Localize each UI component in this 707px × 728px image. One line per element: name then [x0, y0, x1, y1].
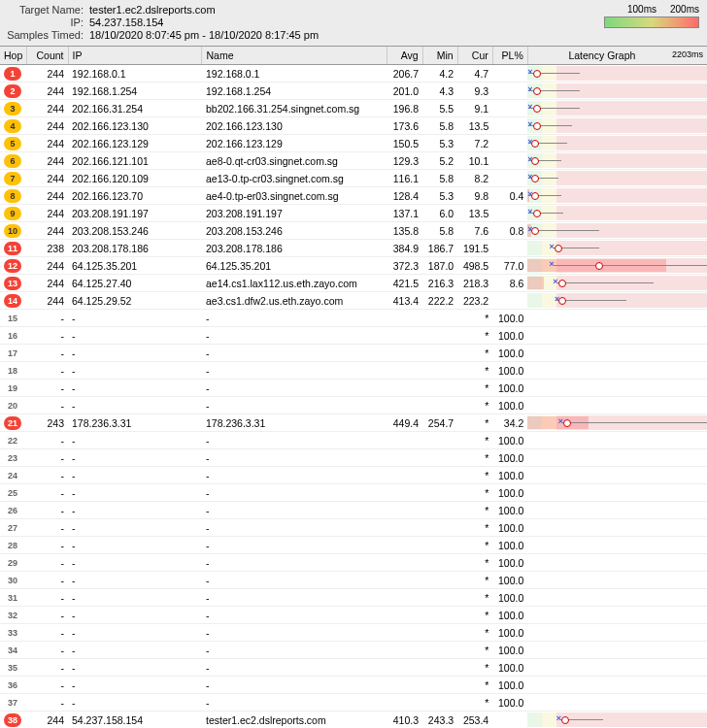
cell-count: - [27, 380, 68, 397]
cell-name: - [202, 572, 387, 589]
table-row[interactable]: 34---*100.0 [0, 642, 707, 659]
table-row[interactable]: 11238203.208.178.186203.208.178.186384.9… [0, 240, 707, 257]
cell-min: 5.8 [422, 170, 457, 187]
cell-ip: 178.236.3.31 [68, 414, 202, 432]
cell-count: - [27, 310, 68, 327]
cell-min [422, 572, 457, 589]
cell-count: - [27, 694, 68, 711]
latency-bar [527, 363, 707, 378]
table-row[interactable]: 32---*100.0 [0, 607, 707, 624]
col-ip[interactable]: IP [68, 47, 202, 65]
cell-cur: * [457, 694, 492, 711]
cell-ip: - [68, 537, 202, 554]
cell-name: 203.208.178.186 [202, 240, 387, 257]
table-row[interactable]: 33---*100.0 [0, 624, 707, 642]
table-row[interactable]: 36---*100.0 [0, 677, 707, 694]
cell-count: 244 [27, 152, 68, 170]
table-row[interactable]: 26---*100.0 [0, 502, 707, 519]
cell-min [422, 694, 457, 711]
cell-avg [387, 345, 422, 362]
table-row[interactable]: 37---*100.0 [0, 694, 707, 711]
cell-avg [387, 397, 422, 414]
cell-pl: 100.0 [492, 607, 527, 624]
cell-ip: - [68, 362, 202, 380]
table-row[interactable]: 20---*100.0 [0, 397, 707, 414]
cell-pl: 100.0 [492, 642, 527, 659]
table-row[interactable]: 16---*100.0 [0, 327, 707, 345]
hop-badge-icon: 11 [4, 242, 21, 255]
cell-min [422, 397, 457, 414]
table-row[interactable]: 1324464.125.27.40ae14.cs1.lax112.us.eth.… [0, 275, 707, 292]
table-row[interactable]: 15---*100.0 [0, 310, 707, 327]
col-pl[interactable]: PL% [492, 47, 527, 65]
table-row[interactable]: 35---*100.0 [0, 659, 707, 677]
col-hop[interactable]: Hop [0, 47, 27, 65]
table-row[interactable]: 21243178.236.3.31178.236.3.31449.4254.7*… [0, 414, 707, 432]
hop-number: 29 [4, 556, 21, 570]
col-count[interactable]: Count [27, 47, 68, 65]
col-avg[interactable]: Avg [387, 47, 422, 65]
table-row[interactable]: 7244202.166.120.109ae13-0.tp-cr03.singne… [0, 170, 707, 187]
table-row[interactable]: 29---*100.0 [0, 554, 707, 572]
cell-pl: 100.0 [492, 310, 527, 327]
hop-badge-icon: 14 [4, 294, 21, 308]
cell-min [422, 432, 457, 449]
table-row[interactable]: 10244203.208.153.246203.208.153.246135.8… [0, 222, 707, 240]
table-row[interactable]: 18---*100.0 [0, 362, 707, 380]
table-row[interactable]: 1244192.168.0.1192.168.0.1206.74.24.7× [0, 65, 707, 83]
cell-min [422, 467, 457, 484]
latency-bar: × [527, 241, 707, 255]
table-row[interactable]: 31---*100.0 [0, 589, 707, 607]
cell-ip: - [68, 642, 202, 659]
cell-cur: * [457, 659, 492, 677]
table-row[interactable]: 24---*100.0 [0, 467, 707, 484]
table-row[interactable]: 30---*100.0 [0, 572, 707, 589]
table-row[interactable]: 1424464.125.29.52ae3.cs1.dfw2.us.eth.zay… [0, 292, 707, 310]
table-row[interactable]: 6244202.166.121.101ae8-0.qt-cr03.singnet… [0, 152, 707, 170]
col-min[interactable]: Min [422, 47, 457, 65]
table-row[interactable]: 4244202.166.123.130202.166.123.130173.65… [0, 117, 707, 135]
hop-badge-icon: 1 [4, 67, 21, 81]
table-row[interactable]: 5244202.166.123.129202.166.123.129150.55… [0, 135, 707, 152]
cell-cur: * [457, 484, 492, 502]
cell-min: 222.2 [422, 292, 457, 310]
hop-badge-icon: 21 [4, 416, 21, 430]
table-row[interactable]: 1224464.125.35.20164.125.35.201372.3187.… [0, 257, 707, 275]
table-row[interactable]: 28---*100.0 [0, 537, 707, 554]
cell-avg [387, 659, 422, 677]
table-row[interactable]: 22---*100.0 [0, 432, 707, 449]
table-row[interactable]: 23---*100.0 [0, 449, 707, 467]
samples-label: Samples Timed: [6, 29, 89, 41]
cell-ip: 192.168.1.254 [68, 83, 202, 100]
hop-badge-icon: 13 [4, 277, 21, 290]
table-row[interactable]: 25---*100.0 [0, 484, 707, 502]
cell-ip: - [68, 327, 202, 345]
table-row[interactable]: 3824454.237.158.154tester1.ec2.dslreport… [0, 711, 707, 729]
cell-cur: * [457, 362, 492, 380]
cell-pl [492, 65, 527, 83]
table-row[interactable]: 9244203.208.191.197203.208.191.197137.16… [0, 205, 707, 222]
table-row[interactable]: 8244202.166.123.70ae4-0.tp-er03.singnet.… [0, 187, 707, 205]
cell-min: 4.2 [422, 65, 457, 83]
cell-name: - [202, 327, 387, 345]
cell-pl [492, 152, 527, 170]
cell-cur: 8.2 [457, 170, 492, 187]
table-row[interactable]: 27---*100.0 [0, 519, 707, 537]
cell-name: - [202, 449, 387, 467]
col-graph[interactable]: Latency Graph2203ms [527, 47, 707, 65]
cell-ip: - [68, 467, 202, 484]
table-row[interactable]: 19---*100.0 [0, 380, 707, 397]
cell-avg [387, 449, 422, 467]
col-name[interactable]: Name [202, 47, 387, 65]
cell-ip: - [68, 589, 202, 607]
cell-ip: - [68, 624, 202, 642]
latency-bar [527, 503, 707, 517]
table-row[interactable]: 17---*100.0 [0, 345, 707, 362]
scale-gradient-icon [604, 17, 699, 28]
hop-badge-icon: 4 [4, 119, 21, 133]
col-cur[interactable]: Cur [457, 47, 492, 65]
table-row[interactable]: 3244202.166.31.254bb202.166.31.254.singn… [0, 100, 707, 117]
latency-bar [527, 468, 707, 482]
cell-name: 178.236.3.31 [202, 414, 387, 432]
table-row[interactable]: 2244192.168.1.254192.168.1.254201.04.39.… [0, 83, 707, 100]
